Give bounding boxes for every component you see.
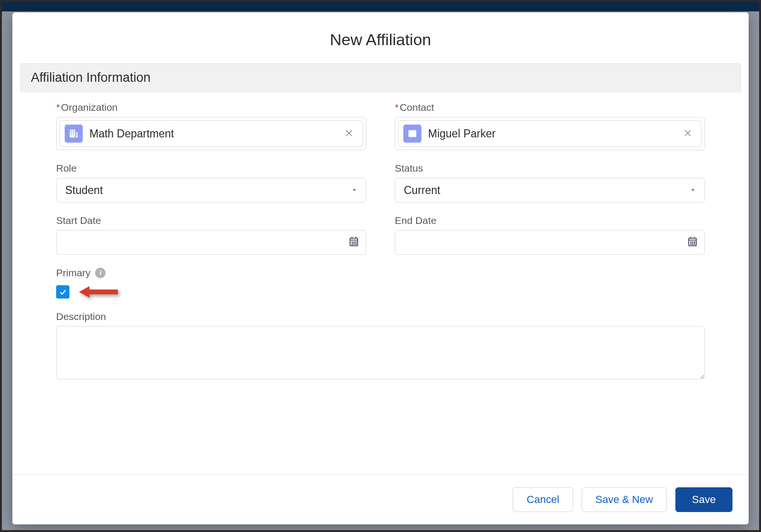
field-start-date: Start Date bbox=[56, 215, 366, 255]
contact-lookup[interactable]: Miguel Parker bbox=[395, 117, 705, 150]
start-date-label: Start Date bbox=[56, 215, 366, 226]
field-contact: *Contact Miguel Parker bbox=[395, 102, 705, 150]
end-date-label: End Date bbox=[395, 215, 705, 226]
modal-title: New Affiliation bbox=[12, 30, 749, 49]
field-description: Description bbox=[56, 311, 705, 379]
clear-organization-button[interactable] bbox=[342, 126, 356, 141]
status-value: Current bbox=[404, 184, 440, 197]
modal-backdrop: New Affiliation Affiliation Information … bbox=[0, 0, 761, 532]
clear-contact-button[interactable] bbox=[681, 126, 694, 141]
form-grid: *Organization Math Department bbox=[20, 102, 741, 379]
background-header-strip bbox=[2, 2, 759, 11]
required-asterisk: * bbox=[56, 102, 60, 113]
contact-icon bbox=[403, 125, 421, 143]
cancel-button[interactable]: Cancel bbox=[513, 487, 573, 512]
modal-header: New Affiliation bbox=[12, 12, 749, 63]
primary-checkbox[interactable] bbox=[56, 285, 69, 299]
chevron-down-icon bbox=[351, 184, 358, 197]
section-header: Affiliation Information bbox=[20, 63, 741, 92]
role-label: Role bbox=[56, 163, 366, 174]
calendar-icon[interactable] bbox=[348, 236, 360, 249]
contact-value: Miguel Parker bbox=[428, 127, 674, 140]
save-and-new-button[interactable]: Save & New bbox=[582, 487, 667, 512]
info-icon[interactable]: i bbox=[95, 268, 106, 278]
chevron-down-icon bbox=[689, 184, 697, 197]
start-date-input[interactable] bbox=[56, 230, 366, 255]
required-asterisk: * bbox=[395, 102, 399, 113]
calendar-icon[interactable] bbox=[687, 236, 698, 249]
modal-body: Affiliation Information *Organization Ma… bbox=[12, 63, 749, 474]
organization-label: *Organization bbox=[56, 102, 366, 113]
field-end-date: End Date bbox=[395, 215, 705, 255]
account-icon bbox=[65, 125, 83, 143]
role-value: Student bbox=[65, 184, 103, 197]
status-picklist[interactable]: Current bbox=[395, 178, 705, 203]
organization-value: Math Department bbox=[89, 127, 336, 140]
description-textarea[interactable] bbox=[56, 326, 705, 379]
annotation-arrow-icon bbox=[79, 286, 118, 298]
contact-pill: Miguel Parker bbox=[398, 120, 702, 147]
field-primary: Primary i bbox=[56, 267, 705, 299]
description-label: Description bbox=[56, 311, 705, 322]
contact-label: *Contact bbox=[395, 102, 705, 113]
end-date-input[interactable] bbox=[395, 230, 705, 255]
role-picklist[interactable]: Student bbox=[56, 178, 366, 203]
svg-marker-0 bbox=[79, 286, 118, 298]
field-status: Status Current bbox=[395, 163, 705, 203]
save-button[interactable]: Save bbox=[675, 487, 732, 512]
status-label: Status bbox=[395, 163, 705, 174]
field-organization: *Organization Math Department bbox=[56, 102, 366, 150]
organization-pill: Math Department bbox=[59, 120, 363, 147]
new-affiliation-modal: New Affiliation Affiliation Information … bbox=[12, 12, 749, 524]
organization-lookup[interactable]: Math Department bbox=[56, 117, 366, 150]
field-role: Role Student bbox=[56, 163, 366, 203]
primary-label: Primary i bbox=[56, 267, 705, 279]
modal-footer: Cancel Save & New Save bbox=[12, 474, 749, 524]
